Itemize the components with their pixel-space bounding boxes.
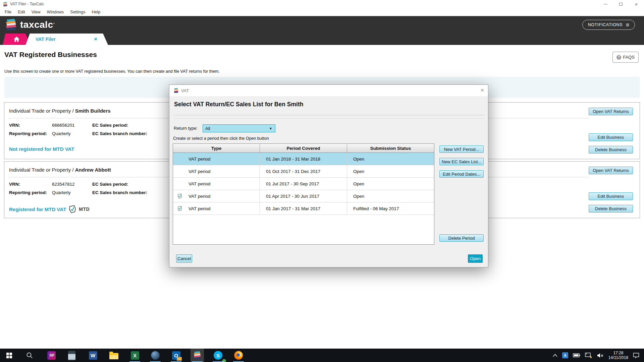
cancel-button[interactable]: Cancel [176, 254, 192, 263]
submitted-check-icon [177, 206, 182, 211]
taskbar-excel[interactable]: X [128, 349, 142, 362]
restore-button[interactable] [613, 0, 629, 8]
taskbar-skype[interactable]: S ✓ [211, 349, 225, 362]
edit-business-button[interactable]: Edit Business [589, 192, 633, 200]
return-type-select[interactable]: All ▼ [203, 124, 275, 132]
return-type-value: All [205, 126, 269, 131]
mtd-status-link[interactable]: Registered for MTD VAT [9, 206, 66, 212]
ec-sales-branch-label: EC Sales branch number: [92, 131, 147, 136]
menu-windows[interactable]: Windows [47, 10, 64, 14]
ec-sales-period-label: EC Sales period: [92, 123, 128, 128]
divider [174, 115, 485, 115]
dialog-close-icon[interactable]: × [480, 87, 484, 94]
tab-bar: VAT Filer × [0, 34, 644, 45]
mtd-status-link[interactable]: Not registered for MTD VAT [9, 146, 74, 152]
faqs-button[interactable]: ? FAQS [612, 52, 639, 63]
taskbar-file-explorer[interactable] [107, 349, 120, 362]
menu-file[interactable]: File [5, 10, 11, 14]
taskbar-taxcalc-active[interactable] [191, 349, 204, 362]
app-header: taxcalc° NOTIFICATIONS ≡ [0, 16, 644, 34]
action-center-icon[interactable] [633, 353, 639, 358]
cell-status: Open [347, 190, 434, 202]
globe-icon [151, 351, 160, 360]
vrn-value: 623547812 [52, 182, 75, 187]
taskbar-calculator[interactable] [65, 349, 78, 362]
menu-bar: File Edit View Windows Settings Help [0, 8, 644, 16]
table-row[interactable]: VAT period 01 Oct 2017 - 31 Dec 2017 Ope… [173, 165, 434, 178]
delete-business-button[interactable]: Delete Business [589, 205, 633, 213]
cell-status: Open [347, 165, 434, 177]
business-type: Individual Trade or Property [9, 167, 71, 173]
business-name: Smith Builders [75, 108, 111, 114]
column-period-covered: Period Covered [260, 144, 347, 153]
taskbar-search-button[interactable] [23, 349, 36, 362]
table-row[interactable]: VAT period 01 Jul 2017 - 30 Sep 2017 Ope… [173, 178, 434, 190]
close-icon: × [635, 2, 638, 7]
mtd-badge: MTD [79, 206, 90, 212]
taxcalc-app-icon [3, 2, 8, 7]
vrn-value: 666656201 [52, 123, 75, 128]
open-vat-returns-button[interactable]: Open VAT Returns [589, 167, 633, 174]
new-ec-sales-list-button[interactable]: New EC Sales List... [439, 158, 484, 165]
taskbar-outlook[interactable]: O [169, 349, 183, 362]
divider [174, 118, 485, 119]
open-button[interactable]: Open [468, 254, 483, 263]
dialog-title: VAT [181, 88, 189, 93]
chevron-down-icon: ▼ [269, 127, 272, 130]
excel-icon: X [131, 351, 139, 360]
table-row[interactable]: VAT period 01 Jan 2018 - 31 Mar 2018 Ope… [173, 153, 434, 165]
tab-close-icon[interactable]: × [94, 36, 97, 43]
cell-period: 01 Jan 2018 - 31 Mar 2018 [260, 153, 347, 165]
clock-date: 14/11/2018 [608, 355, 628, 360]
taskbar-clock[interactable]: 17:28 14/11/2018 [608, 351, 628, 360]
reporting-period-label: Reporting period: [9, 190, 47, 195]
hamburger-icon: ≡ [626, 22, 629, 28]
screen: VAT Filer - TaxCalc × File Edit View Win… [0, 0, 644, 362]
window-titlebar[interactable]: VAT Filer - TaxCalc × [0, 0, 644, 8]
table-header: Type Period Covered Submission Status [173, 144, 434, 153]
separator: / [72, 167, 73, 173]
tray-chevron-up-icon[interactable] [553, 354, 557, 357]
minimize-icon [604, 4, 607, 4]
menu-view[interactable]: View [32, 10, 41, 14]
dialog-helper-text: Create or select a period then click the… [173, 136, 269, 141]
reporting-period-label: Reporting period: [9, 131, 47, 136]
calculator-icon [68, 351, 75, 360]
business-type: Individual Trade or Property [9, 108, 71, 114]
table-row[interactable]: VAT period 01 Apr 2017 - 30 Jun 2017 Ope… [173, 190, 434, 202]
taskbar-rp-app[interactable]: RP [45, 349, 58, 362]
edit-business-button[interactable]: Edit Business [589, 133, 633, 141]
minimize-button[interactable] [598, 0, 613, 8]
tab-home[interactable] [3, 34, 30, 45]
taskbar-internet[interactable] [149, 349, 162, 362]
menu-edit[interactable]: Edit [18, 10, 25, 14]
vat-dialog: VAT × Select VAT Return/EC Sales List fo… [169, 84, 488, 267]
vrn-label: VRN: [9, 123, 20, 128]
ec-sales-branch-label: EC Sales branch number: [92, 190, 147, 195]
volume-muted-icon[interactable] [597, 353, 604, 358]
taxcalc-app-icon [173, 88, 179, 93]
taskbar-firefox[interactable] [232, 349, 245, 362]
start-button[interactable] [2, 349, 16, 362]
ime-icon[interactable]: A [562, 352, 568, 358]
tab-vat-filer[interactable]: VAT Filer × [25, 34, 108, 45]
delete-period-button[interactable]: Delete Period [439, 234, 484, 242]
network-warning-icon[interactable] [585, 353, 592, 358]
table-row[interactable]: VAT period 01 Jan 2017 - 31 Mar 2017 Ful… [173, 202, 434, 215]
cell-type: VAT period [173, 153, 260, 165]
window-title: VAT Filer - TaxCalc [10, 2, 44, 6]
delete-business-button[interactable]: Delete Business [589, 146, 633, 154]
open-vat-returns-button[interactable]: Open VAT Returns [589, 108, 633, 115]
periods-table: Type Period Covered Submission Status VA… [173, 143, 434, 245]
menu-help[interactable]: Help [92, 10, 100, 14]
dialog-titlebar[interactable]: VAT × [169, 85, 488, 96]
edit-period-dates-button[interactable]: Edit Period Dates... [439, 170, 484, 178]
notifications-button[interactable]: NOTIFICATIONS ≡ [582, 20, 635, 30]
ec-sales-period-label: EC Sales period: [92, 182, 128, 187]
taskbar-word[interactable]: W [86, 349, 100, 362]
new-vat-period-button[interactable]: New VAT Period... [439, 145, 484, 153]
battery-icon[interactable] [573, 353, 580, 357]
menu-settings[interactable]: Settings [70, 10, 85, 14]
business-name: Andrew Abbott [75, 167, 111, 173]
close-button[interactable]: × [629, 0, 644, 8]
